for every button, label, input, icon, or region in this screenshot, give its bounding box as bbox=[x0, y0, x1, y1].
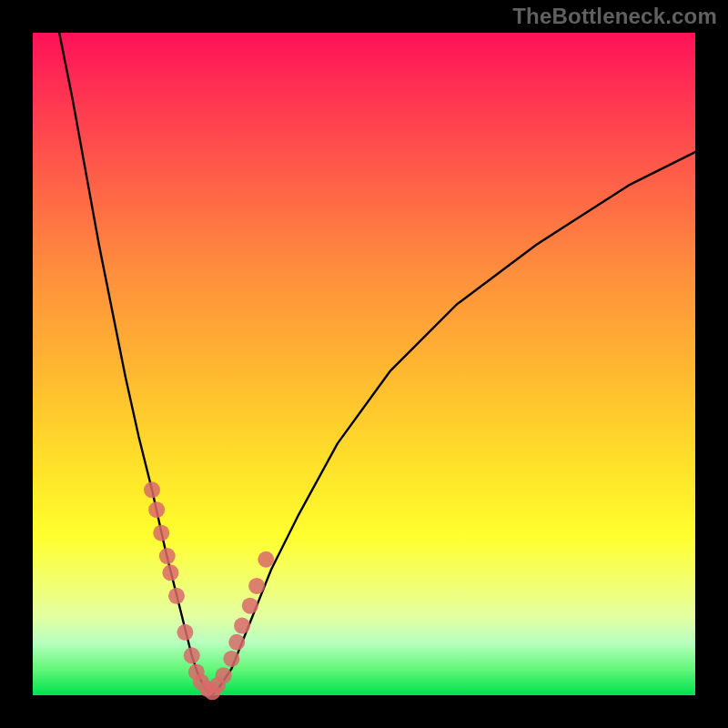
highlight-marker bbox=[159, 548, 176, 564]
highlight-marker bbox=[258, 551, 274, 568]
highlight-marker bbox=[234, 618, 250, 634]
highlight-marker bbox=[144, 481, 160, 498]
highlight-marker bbox=[168, 588, 185, 604]
highlight-markers bbox=[144, 481, 274, 700]
highlight-marker bbox=[248, 578, 265, 594]
chart-frame: TheBottleneck.com bbox=[0, 0, 728, 728]
plot-area bbox=[33, 33, 695, 695]
highlight-marker bbox=[228, 634, 245, 651]
highlight-marker bbox=[184, 647, 200, 663]
highlight-marker bbox=[223, 651, 239, 667]
highlight-marker bbox=[242, 598, 258, 614]
highlight-marker bbox=[162, 564, 178, 581]
bottleneck-curve bbox=[59, 33, 695, 695]
watermark-text: TheBottleneck.com bbox=[512, 4, 717, 29]
highlight-marker bbox=[177, 624, 193, 641]
highlight-marker bbox=[216, 667, 232, 683]
highlight-marker bbox=[148, 501, 165, 518]
highlight-marker bbox=[153, 525, 169, 541]
curve-svg bbox=[33, 33, 695, 695]
